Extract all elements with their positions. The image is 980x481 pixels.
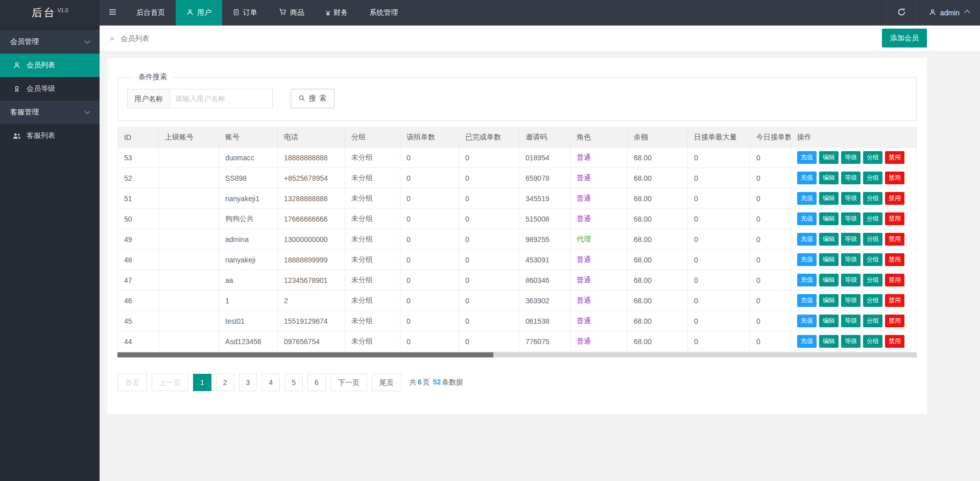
add-member-button[interactable]: 添加会员 — [882, 29, 927, 47]
edit-button[interactable]: 编辑 — [819, 294, 839, 307]
disable-button[interactable]: 禁用 — [885, 335, 904, 348]
level-button[interactable]: 等级 — [841, 212, 861, 225]
actions-cell: 充值编辑等级分组禁用 — [791, 168, 917, 188]
group-button[interactable]: 分组 — [863, 315, 882, 327]
table-cell — [159, 291, 219, 311]
horizontal-scrollbar[interactable] — [117, 352, 917, 357]
table-cell: 68.00 — [628, 291, 688, 311]
nav-item-system[interactable]: 系统管理 — [358, 0, 409, 26]
top-navbar: 后台 V1.0 后台首页用户订单商品¥财务系统管理 admin — [0, 0, 980, 26]
table-col-header: 分组 — [345, 128, 400, 148]
sidebar-item-member-management[interactable]: 会员管理 — [0, 30, 100, 54]
recharge-button[interactable]: 充值 — [797, 151, 817, 164]
nav-item-finance[interactable]: ¥财务 — [315, 0, 358, 26]
sidebar-item-member-level[interactable]: 会员等级 — [0, 77, 100, 101]
table-col-header: 账号 — [219, 128, 278, 148]
table-cell: admina — [219, 229, 278, 250]
menu-toggle-button[interactable] — [100, 0, 126, 26]
content: 条件搜索 用户名称 搜 索 ID上级账号账号电话分组该组单数已完成单数邀请码角色… — [100, 51, 980, 414]
group-button[interactable]: 分组 — [863, 274, 882, 286]
recharge-button[interactable]: 充值 — [797, 274, 817, 286]
recharge-button[interactable]: 充值 — [797, 172, 817, 184]
page-button-5[interactable]: 5 — [284, 374, 303, 391]
disable-button[interactable]: 禁用 — [885, 233, 904, 246]
search-button[interactable]: 搜 索 — [291, 89, 334, 108]
nav-item-label: 商品 — [290, 8, 304, 17]
actions-cell: 充值编辑等级分组禁用 — [791, 148, 917, 168]
level-button[interactable]: 等级 — [841, 192, 861, 205]
recharge-button[interactable]: 充值 — [797, 192, 817, 205]
table-cell: 53 — [118, 148, 159, 168]
edit-button[interactable]: 编辑 — [819, 253, 839, 266]
table-row: 48nanyakeji18888899999未分组00453091普通68.00… — [118, 250, 917, 270]
level-button[interactable]: 等级 — [841, 172, 861, 184]
edit-button[interactable]: 编辑 — [819, 172, 839, 184]
disable-button[interactable]: 禁用 — [885, 212, 904, 225]
level-button[interactable]: 等级 — [841, 233, 861, 246]
recharge-button[interactable]: 充值 — [797, 294, 817, 307]
disable-button[interactable]: 禁用 — [885, 172, 904, 184]
level-button[interactable]: 等级 — [841, 294, 861, 307]
logo-version: V1.0 — [58, 8, 68, 13]
edit-button[interactable]: 编辑 — [819, 192, 839, 205]
disable-button[interactable]: 禁用 — [885, 274, 904, 286]
group-button[interactable]: 分组 — [863, 335, 882, 348]
last-page-button[interactable]: 尾页 — [372, 374, 401, 391]
sidebar-item-label: 会员列表 — [27, 61, 55, 70]
group-button[interactable]: 分组 — [863, 233, 882, 246]
sidebar-item-service-list[interactable]: 客服列表 — [0, 124, 100, 148]
level-button[interactable]: 等级 — [841, 151, 861, 164]
page-button-3[interactable]: 3 — [239, 374, 257, 391]
group-button[interactable]: 分组 — [863, 192, 882, 205]
disable-button[interactable]: 禁用 — [885, 253, 904, 266]
edit-button[interactable]: 编辑 — [819, 233, 839, 246]
table-cell: 17666666666 — [278, 209, 345, 229]
page-button-1[interactable]: 1 — [193, 374, 211, 391]
level-button[interactable]: 等级 — [841, 315, 861, 327]
recharge-button[interactable]: 充值 — [797, 315, 817, 327]
refresh-button[interactable] — [887, 0, 916, 26]
group-button[interactable]: 分组 — [863, 212, 882, 225]
level-button[interactable]: 等级 — [841, 253, 861, 266]
nav-item-goods[interactable]: 商品 — [268, 0, 315, 26]
nav-item-users[interactable]: 用户 — [176, 0, 222, 26]
edit-button[interactable]: 编辑 — [819, 335, 839, 348]
scrollbar-thumb[interactable] — [117, 352, 493, 357]
recharge-button[interactable]: 充值 — [797, 212, 817, 225]
table-cell: 018954 — [519, 148, 570, 168]
nav-item-home[interactable]: 后台首页 — [126, 0, 176, 26]
disable-button[interactable]: 禁用 — [885, 294, 904, 307]
table-cell — [159, 148, 219, 168]
group-button[interactable]: 分组 — [863, 253, 882, 266]
group-button[interactable]: 分组 — [863, 151, 882, 164]
edit-button[interactable]: 编辑 — [819, 212, 839, 225]
table-row: 50狗狗公共17666666666未分组00515008普通68.0000充值编… — [118, 209, 917, 229]
table-cell: Asd123456 — [219, 331, 278, 352]
sidebar-item-member-list[interactable]: 会员列表 — [0, 54, 100, 77]
next-page-button[interactable]: 下一页 — [330, 374, 367, 391]
page-button-2[interactable]: 2 — [216, 374, 234, 391]
username-input[interactable] — [170, 89, 273, 108]
group-button[interactable]: 分组 — [863, 172, 882, 184]
disable-button[interactable]: 禁用 — [885, 315, 904, 327]
actions-cell: 充值编辑等级分组禁用 — [791, 311, 917, 331]
level-button[interactable]: 等级 — [841, 274, 861, 286]
sidebar-item-service-management[interactable]: 客服管理 — [0, 101, 100, 124]
disable-button[interactable]: 禁用 — [885, 192, 904, 205]
level-button[interactable]: 等级 — [841, 335, 861, 348]
user-menu[interactable]: admin — [916, 0, 980, 26]
table-cell: 68.00 — [628, 168, 688, 188]
recharge-button[interactable]: 充值 — [797, 253, 817, 266]
edit-button[interactable]: 编辑 — [819, 315, 839, 327]
page-button-4[interactable]: 4 — [261, 374, 280, 391]
edit-button[interactable]: 编辑 — [819, 274, 839, 286]
recharge-button[interactable]: 充值 — [797, 233, 817, 246]
recharge-button[interactable]: 充值 — [797, 335, 817, 348]
table-col-header: 今日接单数 — [750, 128, 791, 148]
nav-item-orders[interactable]: 订单 — [222, 0, 268, 26]
page-button-6[interactable]: 6 — [307, 374, 326, 391]
nav-item-label: 后台首页 — [136, 8, 165, 17]
edit-button[interactable]: 编辑 — [819, 151, 839, 164]
group-button[interactable]: 分组 — [863, 294, 882, 307]
disable-button[interactable]: 禁用 — [885, 151, 904, 164]
